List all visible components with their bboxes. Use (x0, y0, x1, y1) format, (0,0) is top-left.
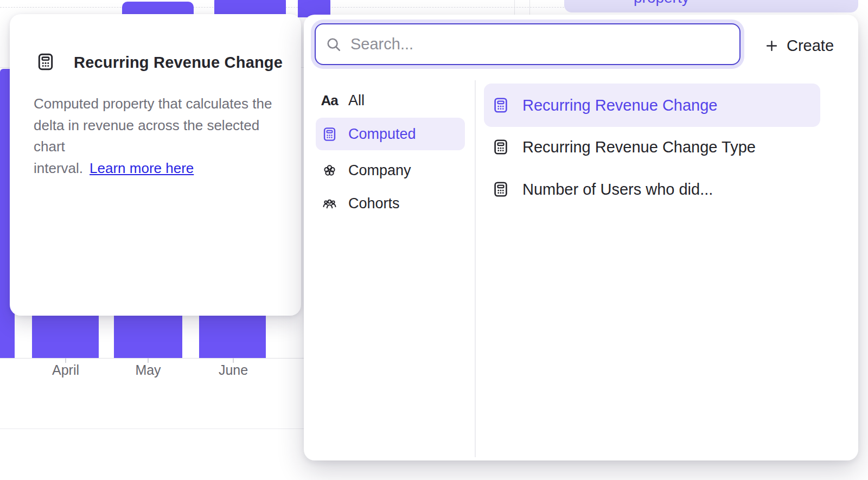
calculator-icon (321, 126, 337, 142)
search-icon (326, 36, 342, 53)
learn-more-link[interactable]: Learn more here (90, 160, 194, 176)
category-all-label: All (348, 92, 365, 109)
axis-label-april: April (52, 362, 79, 378)
text-aa-icon: Aa (321, 92, 337, 108)
axis-label-may: May (135, 362, 161, 378)
bg-column-line-2 (529, 0, 530, 15)
category-all[interactable]: Aa All (316, 84, 465, 117)
tooltip-desc-line3: interval. (34, 160, 83, 176)
category-company[interactable]: Company (316, 154, 465, 187)
tooltip-desc-line2: delta in revenue across the selected cha… (34, 117, 259, 155)
company-cluster-icon (321, 162, 337, 178)
tooltip-title: Recurring Revenue Change (74, 54, 283, 72)
search-field[interactable] (315, 23, 741, 65)
search-input[interactable] (349, 35, 732, 54)
calculator-icon (36, 52, 55, 72)
property-picker-popover: Create Aa All Computed Company Cohorts (304, 15, 858, 460)
category-company-label: Company (348, 162, 411, 179)
calculator-icon (492, 181, 509, 198)
result-label: Recurring Revenue Change (522, 97, 718, 114)
create-button-label: Create (787, 37, 834, 55)
screen: April May June property Recurring Revenu… (0, 0, 868, 480)
cohorts-people-icon (321, 195, 337, 212)
category-cohorts[interactable]: Cohorts (316, 187, 465, 220)
result-recurring-revenue-change-type[interactable]: Recurring Revenue Change Type (484, 125, 820, 169)
create-button[interactable]: Create (761, 31, 837, 61)
tooltip-desc-line1: Computed property that calculates the (34, 95, 272, 112)
category-computed[interactable]: Computed (316, 118, 465, 150)
result-number-of-users-who-did[interactable]: Number of Users who did... (484, 168, 820, 211)
calculator-icon (492, 138, 509, 156)
picker-column-divider (475, 80, 476, 457)
result-recurring-revenue-change[interactable]: Recurring Revenue Change (484, 84, 820, 127)
bg-column-line-1 (514, 0, 515, 15)
tooltip-description: Computed property that calculates the de… (34, 93, 283, 179)
calculator-icon (492, 97, 509, 114)
gridline-lower (0, 428, 304, 429)
axis-label-june: June (219, 362, 248, 378)
x-axis-line (0, 358, 304, 359)
result-label: Recurring Revenue Change Type (522, 138, 756, 156)
property-selector-chip[interactable]: property (564, 0, 858, 12)
property-chip-label: property (634, 0, 690, 7)
property-tooltip-card: Recurring Revenue Change Computed proper… (10, 14, 301, 316)
result-label: Number of Users who did... (522, 181, 713, 199)
category-computed-label: Computed (348, 126, 416, 143)
category-cohorts-label: Cohorts (348, 195, 400, 212)
plus-icon (764, 39, 779, 53)
